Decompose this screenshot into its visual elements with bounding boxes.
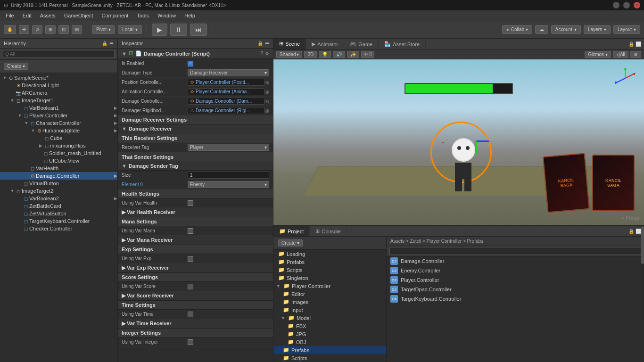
hierarchy-item-humanoid[interactable]: ▼ ⚙ Humanoid@Idle ▶ [0,127,117,134]
gizmos-dropdown[interactable]: Gizmos ▾ [585,51,611,58]
menu-help[interactable]: Help [181,12,199,19]
scene-viewport[interactable]: KANCILSAGA KANCILSAGA [273,59,644,225]
tree-item-fbx[interactable]: 📁 FBX [273,322,386,330]
hierarchy-item-checker[interactable]: ◻ Checker.Controller [0,225,117,232]
exp-settings-header[interactable]: Exp Settings [118,245,273,254]
var-mana-receiver-header[interactable]: ▶ Var Mana Receiver [118,236,273,245]
tab-asset-store[interactable]: 🏪 Asset Store [379,39,426,49]
effects-button[interactable]: ✨ [347,51,359,58]
close-button[interactable]: ✕ [634,2,640,8]
tree-item-input[interactable]: 📁 Input [273,306,386,314]
asset-enemy-controller[interactable]: C# Enemy.Controller [387,266,644,275]
tree-item-scripts[interactable]: 📁 Scripts [273,266,386,274]
hierarchy-item-uicube[interactable]: ◻ UICube.View [0,157,117,165]
animation-controller-value[interactable]: ⚙ Player.Controller (Anima... [188,88,264,95]
using-var-exp-checkbox[interactable] [188,256,193,262]
cloud-button[interactable]: ☁ [535,25,548,34]
transform-tool-button[interactable]: ⊞ [72,25,82,34]
damager-rigidbody-target-icon[interactable]: ◎ [265,108,269,113]
hierarchy-search-input[interactable] [3,50,115,58]
hierarchy-item-imagetarget2[interactable]: ▼ ◻ ImageTarget2 [0,187,117,195]
integer-settings-header[interactable]: Integer Settings [118,329,273,337]
using-var-mana-checkbox[interactable] [188,228,193,234]
2d-toggle-button[interactable]: 2D [304,51,317,58]
play-button[interactable]: ▶ [152,24,167,36]
maximize-button[interactable]: □ [623,2,630,8]
hierarchy-item-targetkeyboard[interactable]: ◻ TargetKeyboard.Controller [0,217,117,225]
var-health-receiver-header[interactable]: ▶ Var Health Receiver [118,208,273,217]
collab-dropdown[interactable]: ● Collab ▾ [502,25,532,34]
damager-type-dropdown[interactable]: Damage Receiver ▾ [188,69,269,76]
tree-item-editor[interactable]: 📁 Editor [273,290,386,298]
bottom-lock-icon[interactable]: 🔒 [628,229,634,234]
tree-item-player-controller[interactable]: ▼ 📁 Player Controller [273,282,386,290]
var-exp-receiver-header[interactable]: ▶ Var Exp Receiver [118,263,273,273]
account-dropdown[interactable]: Account ▾ [551,25,581,34]
layout-dropdown[interactable]: Layout ▾ [613,25,640,34]
hierarchy-item-imagetarget1[interactable]: ▼ ◻ ImageTarget1 [0,97,117,104]
hierarchy-item-zetvirtualbutton[interactable]: ◻ ZetVirtualButton [0,210,117,217]
health-settings-header[interactable]: Health Settings [118,189,273,198]
component-help-icon[interactable]: ? [260,51,263,56]
asset-targetkeyboard-controller[interactable]: C# TargetKeyboard.Controller [387,294,644,304]
project-create-button[interactable]: Create ▾ [278,239,303,247]
tab-console[interactable]: ⊞ Console [310,226,347,236]
bottom-maximize-icon[interactable]: ⬜ [636,229,641,234]
hierarchy-item-directional-light[interactable]: ☀ Directional Light [0,82,117,89]
using-var-health-checkbox[interactable] [188,200,193,206]
using-var-time-checkbox[interactable] [188,312,193,317]
hierarchy-item-arcamera[interactable]: 📷 ARCamera [0,89,117,97]
tree-item-loading[interactable]: 📁 Loading [273,250,386,258]
extra-settings-button[interactable]: ⚙ [630,51,641,58]
time-settings-header[interactable]: Time Settings [118,301,273,310]
rect-tool-button[interactable]: ⊡ [58,25,69,34]
receiver-tag-dropdown[interactable]: Player ▾ [188,144,269,151]
hierarchy-item-character-controller[interactable]: ▼ ◻ CharacterController ▶ [0,119,117,127]
menu-assets[interactable]: Assets [36,12,59,19]
tab-project[interactable]: 📁 Project [273,226,310,236]
element0-dropdown[interactable]: Enemy ▾ [188,181,269,188]
is-enabled-checkbox[interactable] [188,61,193,66]
position-controller-target-icon[interactable]: ◎ [265,80,269,85]
asset-targetdpad-controller[interactable]: C# TargetDpad.Controller [387,285,644,294]
hierarchy-item-varboolean2[interactable]: ◻ VarBoolean2 ▶ [0,195,117,202]
tree-item-scripts2[interactable]: 📁 Scripts [273,354,386,362]
menu-component[interactable]: Component [98,12,132,19]
hierarchy-menu-icon[interactable]: ☰ [109,41,114,46]
asset-player-controller[interactable]: C# Player.Controller [387,275,644,285]
inspector-lock-icon[interactable]: 🔒 [257,41,263,46]
titlebar-controls[interactable]: – □ ✕ [613,2,640,8]
hierarchy-root[interactable]: ▼ ⊙ SampleScene* [0,74,117,82]
inspector-menu-icon[interactable]: ☰ [265,41,269,46]
hierarchy-item-soldier-mesh[interactable]: ◻ Soldier_mesh_Untitled [0,149,117,157]
asset-damage-controller[interactable]: C# Damage.Controller [387,256,644,266]
hierarchy-item-player-controller[interactable]: ▼ ◻ Player.Controller ▶ [0,112,117,119]
using-var-integer-checkbox[interactable] [188,339,193,345]
hierarchy-item-varboolean1[interactable]: ◻ VarBoolean1 ▶ [0,104,117,112]
shading-mode-dropdown[interactable]: Shaded ▾ [276,51,302,58]
audio-toggle-button[interactable]: 🔊 [333,51,345,58]
lighting-toggle-button[interactable]: 💡 [319,51,331,58]
all-layers-filter[interactable]: ◁All [613,51,628,58]
tree-item-images[interactable]: 📁 Images [273,298,386,306]
var-score-receiver-header[interactable]: ▶ Var Score Receiver [118,291,273,301]
tree-item-model[interactable]: ▼ 📁 Model [273,314,386,322]
menu-file[interactable]: File [2,12,18,19]
tab-game[interactable]: 🎮 Game [344,39,379,49]
tree-item-obj[interactable]: 📁 OBJ [273,338,386,346]
damage-controller-target-icon[interactable]: ◎ [265,99,269,104]
scale-tool-button[interactable]: ⊞ [45,25,56,34]
tree-item-jpg[interactable]: 📁 JPG [273,330,386,338]
var-time-receiver-header[interactable]: ▶ Var Time Receiver [118,319,273,329]
pivot-dropdown[interactable]: Pivot ▾ [92,25,115,34]
local-dropdown[interactable]: Local ▾ [118,25,142,34]
tree-item-prefabs[interactable]: 📁 Prefabs [273,258,386,266]
hierarchy-item-cube[interactable]: ◻ Cube [0,134,117,142]
animation-controller-target-icon[interactable]: ◎ [265,90,269,94]
component-enabled-checkbox[interactable]: ☑ [129,50,133,57]
maximize-viewport-icon[interactable]: ⬜ [636,41,641,47]
hierarchy-lock-icon[interactable]: 🔒 [102,41,107,46]
hierarchy-item-virtualbutton[interactable]: ◻ VirtualButton [0,180,117,187]
menu-gameobject[interactable]: GameObject [60,12,97,19]
move-tool-button[interactable]: ✛ [19,25,29,34]
